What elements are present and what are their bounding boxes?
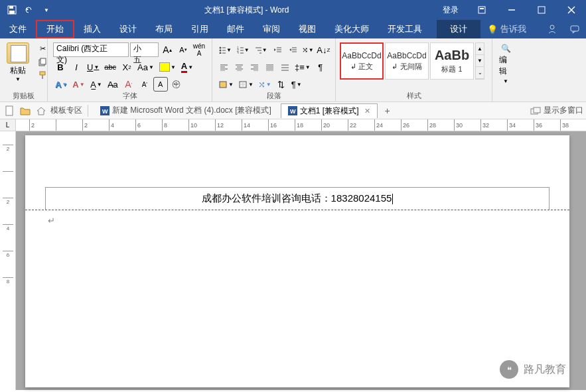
format-painter-icon[interactable]: [36, 69, 49, 81]
comments-icon[interactable]: [563, 20, 586, 38]
svg-rect-13: [40, 72, 45, 75]
text-cursor: [392, 194, 393, 204]
tab-review[interactable]: 审阅: [254, 20, 289, 38]
svg-text:W: W: [102, 108, 108, 115]
style-name: ↲ 正文: [350, 62, 373, 72]
page[interactable]: 成都办公软件培训咨询电话：18328024155 ↵: [25, 135, 569, 387]
search-icon: 🔍: [501, 44, 511, 53]
save-icon[interactable]: [5, 3, 19, 17]
qat-dropdown-icon[interactable]: ▼: [40, 3, 53, 17]
group-font: Calibri (西文正文) 小五 A▴ A▾ wénA B I U▼ abc …: [48, 38, 212, 101]
numbering-button[interactable]: 123▼: [234, 42, 252, 57]
bullets-button[interactable]: ▼: [216, 42, 234, 57]
share-icon[interactable]: [541, 20, 563, 38]
cut-icon[interactable]: ✂: [36, 42, 49, 54]
tab-close-icon[interactable]: ✕: [364, 107, 370, 115]
font-name-select[interactable]: Calibri (西文正文): [53, 42, 129, 57]
tab-view[interactable]: 视图: [289, 20, 325, 38]
svg-rect-4: [480, 8, 484, 9]
tab-insert[interactable]: 插入: [74, 20, 110, 38]
styles-expand-icon[interactable]: ⌄: [476, 67, 484, 79]
watermark: ❝ 路凡教育: [500, 360, 566, 379]
header-textbox[interactable]: 成都办公软件培训咨询电话：18328024155: [45, 187, 549, 210]
styles-down-icon[interactable]: ▼: [476, 55, 484, 67]
copy-icon[interactable]: [36, 56, 49, 68]
maximize-icon[interactable]: [526, 0, 556, 20]
tab-layout[interactable]: 布局: [146, 20, 182, 38]
multilevel-button[interactable]: ▼: [252, 42, 269, 57]
tab-table-design[interactable]: 设计: [437, 20, 480, 38]
doc-tab-2[interactable]: W 文档1 [兼容模式] ✕: [281, 103, 378, 118]
tab-references[interactable]: 引用: [182, 20, 218, 38]
doc-tab-label: 文档1 [兼容模式]: [300, 105, 359, 117]
align-left-button[interactable]: [216, 60, 231, 74]
bulb-icon: 💡: [487, 25, 498, 34]
doc-tab-1[interactable]: W 新建 Microsoft Word 文档 (4).docx [兼容模式]: [94, 103, 278, 118]
underline-button[interactable]: U▼: [85, 60, 101, 74]
tab-file[interactable]: 文件: [0, 20, 36, 38]
sort-button[interactable]: A↓Z: [316, 42, 331, 57]
ruler-track: 2246810121416182022242628303234363840424…: [16, 119, 586, 131]
align-right-button[interactable]: [247, 60, 261, 74]
multiwindow-label[interactable]: 显示多窗口: [544, 105, 583, 116]
wechat-icon: ❝: [500, 360, 518, 379]
login-button[interactable]: 登录: [435, 0, 467, 20]
distribute-button[interactable]: [277, 60, 292, 74]
decrease-indent-button[interactable]: [270, 42, 285, 57]
line-spacing-button[interactable]: ‡≡▼: [293, 60, 313, 74]
subscript-button[interactable]: X2: [119, 60, 134, 74]
show-marks-button[interactable]: ¶: [313, 60, 328, 74]
styles-up-icon[interactable]: ▲: [476, 43, 484, 55]
tab-home[interactable]: 开始: [36, 20, 74, 38]
svg-rect-65: [534, 107, 540, 113]
svg-rect-10: [571, 26, 579, 31]
tab-devtools[interactable]: 开发工具: [378, 20, 431, 38]
style-heading1[interactable]: AaBb 标题 1: [430, 42, 474, 80]
home-icon[interactable]: [35, 104, 48, 117]
find-button[interactable]: 🔍 编辑 ▼: [499, 44, 512, 84]
phonetic-icon[interactable]: wénA: [192, 42, 206, 57]
quick-access-toolbar: ▼: [0, 3, 58, 17]
undo-icon[interactable]: [23, 3, 36, 17]
style-name: ↲ 无间隔: [392, 62, 421, 72]
group-clipboard: 粘贴 ▼ ✂ 剪贴板: [0, 38, 48, 101]
clipboard-label: 剪贴板: [0, 90, 47, 101]
group-paragraph: ▼ 123▼ ▼ ⤭▼ A↓Z ‡≡▼ ¶ ▼ ▼ ⤭▼: [212, 38, 336, 101]
align-justify-button[interactable]: [262, 60, 277, 74]
font-size-select[interactable]: 小五: [130, 42, 159, 57]
ribbon-options-icon[interactable]: [467, 0, 496, 20]
open-folder-icon[interactable]: [19, 104, 32, 117]
template-label[interactable]: 模板专区: [50, 105, 82, 116]
group-styles: AaBbCcDd ↲ 正文 AaBbCcDd ↲ 无间隔 AaBb 标题 1 ▲…: [336, 38, 492, 101]
new-tab-button[interactable]: +: [380, 105, 395, 116]
minimize-icon[interactable]: [496, 0, 526, 20]
svg-rect-2: [9, 11, 15, 14]
grow-font-icon[interactable]: A▴: [160, 42, 175, 57]
svg-point-19: [220, 52, 222, 54]
tell-me[interactable]: 💡 告诉我: [480, 20, 533, 38]
text-direction-button[interactable]: ⤭▼: [301, 42, 315, 57]
paragraph-label: 段落: [212, 90, 335, 101]
style-name: 标题 1: [441, 64, 462, 74]
multiwindow-icon: [530, 107, 541, 115]
strike-button[interactable]: abc: [102, 60, 118, 74]
align-center-button[interactable]: [232, 60, 246, 74]
vertical-ruler[interactable]: 22468: [0, 131, 16, 390]
document-bar: 模板专区 W 新建 Microsoft Word 文档 (4).docx [兼容…: [0, 102, 586, 119]
horizontal-ruler[interactable]: L 22468101214161820222426283032343638404…: [0, 119, 586, 131]
new-doc-icon[interactable]: [3, 104, 16, 117]
font-color-button[interactable]: A▼: [179, 60, 195, 74]
close-icon[interactable]: [556, 0, 586, 20]
highlight-button[interactable]: ▼: [157, 60, 178, 74]
increase-indent-button[interactable]: [285, 42, 300, 57]
style-nospacing[interactable]: AaBbCcDd ↲ 无间隔: [385, 42, 429, 80]
group-edit: 🔍 编辑 ▼: [492, 38, 519, 101]
style-normal[interactable]: AaBbCcDd ↲ 正文: [340, 42, 384, 80]
svg-rect-3: [478, 7, 485, 13]
ruler-corner[interactable]: L: [0, 119, 16, 131]
tab-beautify[interactable]: 美化大师: [325, 20, 378, 38]
shrink-font-icon[interactable]: A▾: [176, 42, 190, 57]
italic-button[interactable]: I: [69, 60, 84, 74]
tab-mail[interactable]: 邮件: [218, 20, 254, 38]
tab-design[interactable]: 设计: [110, 20, 146, 38]
